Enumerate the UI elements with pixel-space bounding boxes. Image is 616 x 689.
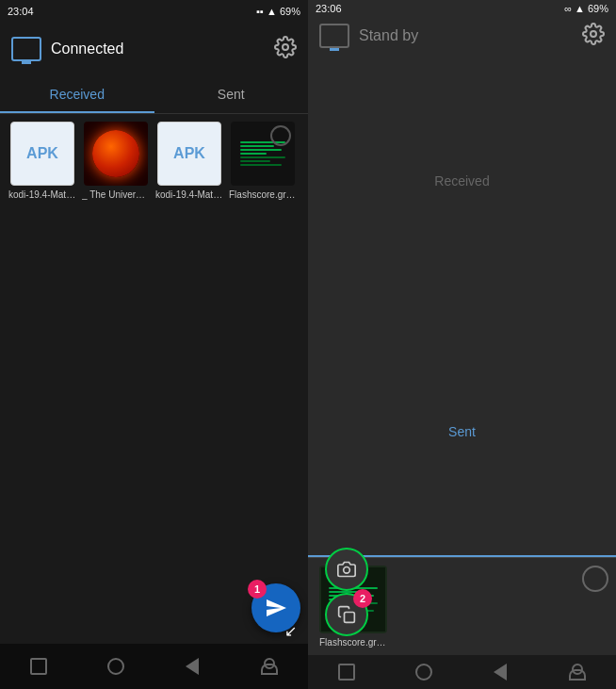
fab-badge: 1 [248,580,267,599]
file-name: kodi-19.4-Matrix-armeabi... [8,189,76,200]
right-header-left: Stand by [319,24,418,48]
tablet-icon [11,37,41,61]
circle-icon [107,658,124,675]
tab-sent-right[interactable]: Sent [308,306,616,557]
triangle-icon [494,664,507,681]
file-name: _ The Universe - U... [82,189,150,200]
left-header: Connected [0,23,308,75]
right-panel: 23:06 ∞ ▲ 69% Stand by Received Sent [308,0,616,689]
send-fab-button[interactable]: 1 ↙ [251,583,300,632]
tab-sent-left[interactable]: Sent [154,75,309,113]
left-header-left: Connected [11,37,123,61]
square-icon [338,664,355,681]
list-item[interactable]: Flashscore.gr_Ευρωπ... [228,122,298,200]
tab-received-left[interactable]: Received [0,75,154,113]
list-item[interactable]: APK kodi-19.4-Matrix-armeabi... [8,122,77,200]
selection-circle[interactable] [582,566,608,592]
left-files-grid: APK kodi-19.4-Matrix-armeabi... _ The Un… [0,114,308,644]
person-icon [569,664,586,681]
copy-icon [337,605,356,624]
right-header: Stand by [308,17,616,56]
right-tablet-icon [319,24,349,48]
nav-back-btn[interactable] [175,649,209,683]
right-nav-circle-btn[interactable] [407,655,441,689]
list-item[interactable]: _ The Universe - U... [81,122,151,200]
left-status-bar: 23:04 ▪▪ ▲ 69% [0,0,308,23]
right-status-icons: ∞ ▲ 69% [564,3,608,14]
send-fab-area: 1 ↙ [251,583,300,632]
left-signal-icons: ▪▪ ▲ 69% [256,6,300,17]
right-nav-square-btn[interactable] [330,655,364,689]
svg-point-1 [591,31,596,37]
svg-point-0 [283,44,288,50]
nav-square-btn[interactable] [22,649,56,683]
universe-thumbnail [92,130,139,177]
left-status-icons: ▪▪ ▲ 69% [256,6,300,17]
right-settings-icon[interactable] [582,23,605,49]
triangle-icon [186,658,199,675]
right-time: 23:06 [316,3,342,14]
file-thumbnail: APK [157,122,221,186]
right-nav-bar [308,655,616,689]
svg-rect-3 [345,613,355,623]
right-status-bar: 23:06 ∞ ▲ 69% [308,0,616,17]
connection-status: Connected [51,41,123,57]
right-signal-icons: ∞ ▲ 69% [564,3,608,14]
list-item[interactable]: APK kodi-19.4-Matrix-armeabi... [154,122,224,200]
file-name: Flashscore.gr_Ευρωπ... [229,189,297,200]
camera-fab-button[interactable] [325,548,368,591]
file-name: Flashscore.gr_Ευρωπ... [319,637,387,648]
tab-received-right[interactable]: Received [308,55,616,305]
circle-icon [415,664,432,681]
right-nav-back-btn[interactable] [483,655,517,689]
file-thumbnail [84,122,148,186]
copy-badge: 2 [353,589,372,608]
left-nav-bar [0,644,308,689]
nav-circle-btn[interactable] [99,649,133,683]
person-icon [261,658,278,675]
standby-status: Stand by [359,27,418,44]
left-panel: 23:04 ▪▪ ▲ 69% Connected Received Sent [0,0,308,689]
svg-point-2 [344,567,350,574]
nav-person-btn[interactable] [252,649,286,683]
file-thumbnail [231,122,295,186]
file-thumbnail: APK [10,122,74,186]
square-icon [30,658,47,675]
file-name: kodi-19.4-Matrix-armeabi... [155,189,223,200]
cursor-indicator: ↙ [284,622,297,640]
copy-fab-button[interactable]: 2 [325,593,368,636]
right-tabs: Received Sent [308,55,616,558]
camera-icon [337,560,356,579]
right-fab-wrapper: 2 [325,548,368,636]
left-tabs: Received Sent [0,75,308,114]
right-nav-person-btn[interactable] [560,655,594,689]
left-settings-icon[interactable] [274,36,297,62]
left-time: 23:04 [8,6,34,17]
